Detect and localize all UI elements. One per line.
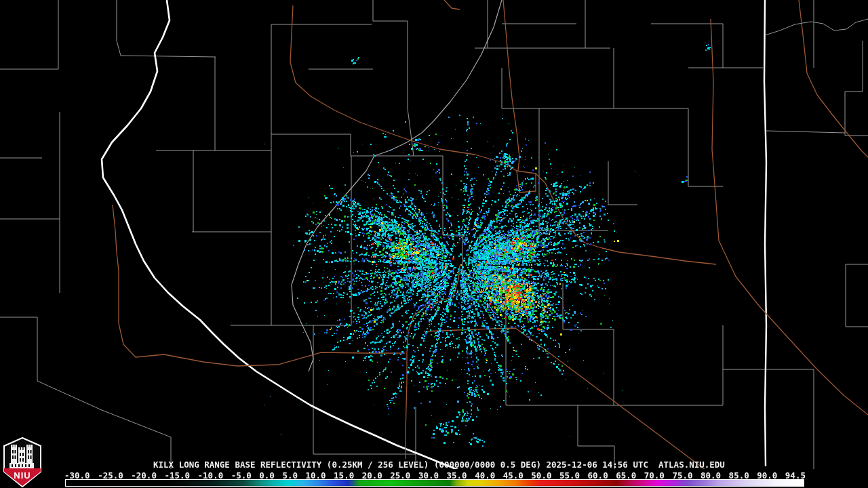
radar-display: KILX LONG RANGE BASE REFLECTIVITY (0.25K… [0,0,868,488]
radar-map-canvas [0,0,868,488]
product-caption: KILX LONG RANGE BASE REFLECTIVITY (0.25K… [153,460,725,470]
niu-logo-text: NIU [14,470,31,481]
reflectivity-colorbar [65,479,804,487]
niu-logo: NIU [3,437,42,487]
